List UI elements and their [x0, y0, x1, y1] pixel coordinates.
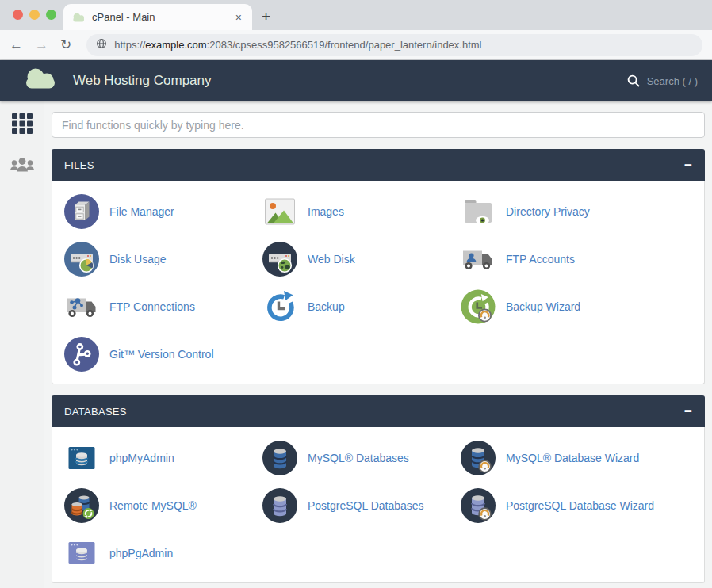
app-label: Remote MySQL®: [109, 499, 197, 512]
backup-icon: [262, 288, 298, 325]
app-label: Git™ Version Control: [109, 348, 214, 361]
app-file-manager[interactable]: File Manager: [63, 193, 262, 230]
app-label: phpPgAdmin: [109, 547, 173, 559]
section-databases-header[interactable]: DATABASES −: [52, 395, 705, 427]
zoom-window-button[interactable]: [46, 10, 56, 20]
app-label: File Manager: [109, 205, 174, 218]
section-title: DATABASES: [64, 406, 127, 418]
directory-privacy-icon: [460, 193, 496, 230]
mysql-databases-icon: [262, 440, 298, 476]
app-postgresql-database-wizard[interactable]: PostgreSQL Database Wizard: [460, 487, 693, 524]
user-manager-icon[interactable]: [10, 156, 35, 178]
collapse-icon[interactable]: −: [684, 405, 692, 418]
app-label: PostgreSQL Databases: [308, 499, 424, 512]
app-label: Web Disk: [308, 253, 355, 265]
tab-title: cPanel - Main: [92, 11, 233, 23]
app-ftp-accounts[interactable]: FTP Accounts: [460, 241, 693, 277]
new-tab-button[interactable]: +: [262, 8, 270, 25]
url-text: https://example.com:2083/cpsess958256651…: [114, 39, 481, 51]
globe-icon: [96, 38, 114, 52]
address-bar[interactable]: https://example.com:2083/cpsess958256651…: [86, 34, 702, 56]
images-icon: [262, 193, 298, 230]
app-web-disk[interactable]: Web Disk: [262, 241, 460, 277]
cpanel-cloud-favicon-icon: [71, 12, 86, 23]
app-mysql-databases[interactable]: MySQL® Databases: [262, 440, 460, 476]
app-phpmyadmin[interactable]: phpMyAdmin: [63, 440, 262, 476]
app-label: Directory Privacy: [506, 205, 590, 218]
app-label: Backup: [308, 300, 345, 313]
tab-close-icon[interactable]: ×: [233, 11, 244, 24]
app-backup[interactable]: Backup: [262, 288, 460, 325]
app-label: Images: [308, 205, 344, 218]
section-databases-body: phpMyAdmin MySQL® Databases MySQL® Datab…: [52, 427, 705, 583]
app-phppgadmin[interactable]: phpPgAdmin: [63, 535, 262, 571]
app-label: FTP Accounts: [506, 253, 575, 265]
web-disk-icon: [262, 241, 298, 277]
app-directory-privacy[interactable]: Directory Privacy: [460, 193, 693, 230]
traffic-lights: [13, 10, 56, 20]
left-sidebar: [0, 101, 44, 588]
collapse-icon[interactable]: −: [684, 158, 692, 172]
ftp-accounts-icon: [460, 241, 496, 277]
section-files-body: File Manager Images Directory Privacy: [52, 181, 705, 384]
mysql-database-wizard-icon: [460, 440, 496, 476]
file-manager-icon: [63, 193, 100, 230]
backup-wizard-icon: [460, 288, 496, 325]
app-label: PostgreSQL Database Wizard: [506, 499, 654, 512]
postgresql-database-wizard-icon: [460, 487, 496, 524]
close-window-button[interactable]: [13, 10, 23, 20]
app-disk-usage[interactable]: Disk Usage: [63, 241, 262, 277]
reload-button[interactable]: ↻: [60, 38, 71, 52]
app-label: FTP Connections: [109, 300, 195, 313]
brand-name: Web Hosting Company: [73, 73, 212, 89]
section-title: FILES: [64, 159, 94, 171]
phpmyadmin-icon: [63, 440, 100, 476]
disk-usage-icon: [63, 241, 100, 277]
app-remote-mysql[interactable]: Remote MySQL®: [63, 487, 262, 524]
browser-toolbar: ← → ↻ https://example.com:2083/cpsess958…: [0, 30, 712, 60]
app-label: Backup Wizard: [506, 300, 580, 313]
main-content: FILES − File Manager Images: [44, 101, 712, 588]
app-postgresql-databases[interactable]: PostgreSQL Databases: [262, 487, 460, 524]
section-databases: DATABASES − phpMyAdmin MySQL® Databases: [52, 395, 705, 583]
app-git-version-control[interactable]: Git™ Version Control: [63, 336, 262, 372]
browser-tab-strip: cPanel - Main × +: [0, 0, 712, 30]
ftp-connections-icon: [63, 288, 100, 325]
app-mysql-database-wizard[interactable]: MySQL® Database Wizard: [460, 440, 693, 476]
brand-cloud-logo-icon: [19, 66, 63, 96]
app-label: MySQL® Databases: [308, 452, 409, 464]
app-label: Disk Usage: [109, 253, 167, 265]
section-files: FILES − File Manager Images: [52, 149, 705, 384]
header-search-label: Search ( / ): [647, 75, 698, 87]
forward-button[interactable]: →: [35, 38, 48, 52]
app-label: MySQL® Database Wizard: [506, 452, 639, 464]
browser-tab[interactable]: cPanel - Main ×: [63, 4, 252, 30]
phppgadmin-icon: [63, 535, 100, 571]
header-search[interactable]: Search ( / ): [627, 74, 698, 87]
quick-find-input[interactable]: [52, 112, 705, 138]
apps-grid-icon[interactable]: [12, 113, 33, 137]
section-files-header[interactable]: FILES −: [52, 149, 705, 181]
minimize-window-button[interactable]: [29, 10, 40, 20]
app-label: phpMyAdmin: [109, 452, 174, 464]
postgresql-databases-icon: [262, 487, 298, 524]
app-ftp-connections[interactable]: FTP Connections: [63, 288, 262, 325]
app-backup-wizard[interactable]: Backup Wizard: [460, 288, 693, 325]
git-version-control-icon: [63, 336, 100, 372]
cpanel-header: Web Hosting Company Search ( / ): [0, 60, 712, 101]
back-button[interactable]: ←: [10, 38, 23, 52]
app-images[interactable]: Images: [262, 193, 460, 230]
remote-mysql-icon: [63, 487, 100, 524]
